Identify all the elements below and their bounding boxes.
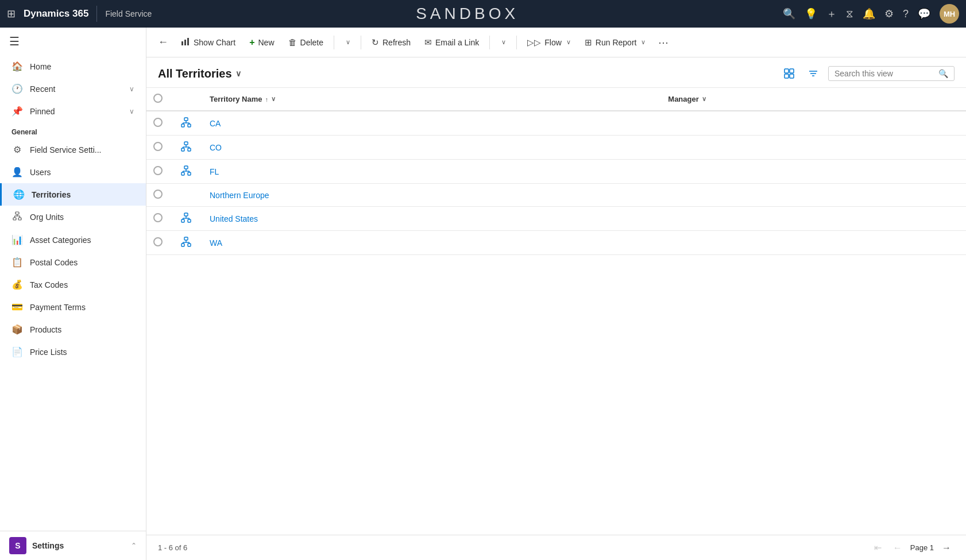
sort-chevron-icon[interactable]: ∨ [271,95,276,103]
cmd-dropdown-1[interactable]: ∨ [339,35,356,49]
svg-rect-1 [13,218,16,220]
show-chart-button[interactable]: Show Chart [175,33,241,51]
territory-icon [181,213,191,223]
pagination: ⇤ ← Page 1 → [871,540,955,555]
sidebar-item-users[interactable]: 👤 Users [0,161,146,183]
flow-button[interactable]: ▷▷ Flow ∨ [521,34,577,51]
email-link-button[interactable]: ✉ Email a Link [419,34,485,51]
row-checkbox[interactable] [153,237,163,246]
new-button[interactable]: + New [244,34,280,51]
table-row: CA [146,111,966,136]
view-title-text: All Territories [158,67,232,80]
sidebar-item-home[interactable]: 🏠 Home [0,55,146,78]
delete-button[interactable]: 🗑 Delete [283,34,329,51]
territory-name-link[interactable]: Northern Europe [210,191,269,200]
territory-name-link[interactable]: WA [210,238,222,248]
table-header-row: Territory Name ↑ ∨ Manager ∨ [146,88,966,111]
row-checkbox[interactable] [153,190,163,199]
svg-rect-47 [188,244,191,246]
row-checkbox-cell[interactable] [146,231,172,255]
view-toggle-button[interactable] [780,64,798,83]
territory-name-link[interactable]: CO [210,143,222,152]
globe-icon: 🌐 [13,189,25,200]
prev-page-button[interactable]: ← [890,540,906,555]
sidebar-item-label: Field Service Setti... [30,145,102,155]
report-icon: ⊞ [585,37,592,48]
help-icon[interactable]: ? [903,8,909,20]
row-checkbox[interactable] [153,142,163,151]
sidebar-item-pinned[interactable]: 📌 Pinned ∨ [0,100,146,122]
sidebar-item-org-units[interactable]: Org Units [0,206,146,229]
search-input[interactable] [834,69,935,78]
svg-rect-12 [785,74,789,78]
more-options-button[interactable]: ⋯ [654,33,673,52]
sidebar-item-payment-terms[interactable]: 💳 Payment Terms [0,296,146,318]
first-page-button[interactable]: ⇤ [871,540,885,555]
territory-name-link[interactable]: FL [210,167,219,176]
chat-icon[interactable]: 💬 [918,7,930,20]
filter-icon[interactable]: ⧖ [846,8,853,20]
row-checkbox-cell[interactable] [146,160,172,184]
territory-name-link[interactable]: United States [210,214,258,223]
row-checkbox[interactable] [153,166,163,175]
select-all-header[interactable] [146,88,172,111]
cmd-dropdown-2[interactable]: ∨ [494,35,512,49]
sidebar-item-label: Products [30,325,61,334]
territory-name-header[interactable]: Territory Name ↑ ∨ [200,88,659,111]
row-checkbox[interactable] [153,213,163,222]
row-manager-cell [659,136,966,160]
products-icon: 📦 [11,324,23,335]
svg-rect-10 [785,69,789,73]
row-checkbox[interactable] [153,118,163,127]
sidebar-item-products[interactable]: 📦 Products [0,318,146,341]
next-page-button[interactable]: → [938,540,955,555]
bell-icon[interactable]: 🔔 [863,7,875,20]
sidebar-item-territories[interactable]: 🌐 Territories [0,183,146,206]
row-checkbox-cell[interactable] [146,111,172,136]
row-name-cell: CA [200,111,659,136]
territory-name-link[interactable]: CA [210,119,221,128]
row-manager-cell [659,231,966,255]
svg-rect-26 [188,148,191,151]
row-checkbox-cell[interactable] [146,207,172,231]
cmd-separator-1 [334,36,334,49]
search-icon[interactable]: 🔍 [783,7,795,20]
search-box[interactable]: 🔍 [828,66,955,81]
manager-label: Manager [668,95,698,103]
manager-chevron-icon[interactable]: ∨ [702,95,706,103]
general-section-label: General [0,122,146,138]
manager-header[interactable]: Manager ∨ [659,88,966,111]
app-grid-icon[interactable]: ⊞ [7,7,16,20]
row-manager-cell [659,111,966,136]
sidebar-item-postal-codes[interactable]: 📋 Postal Codes [0,251,146,273]
svg-rect-2 [18,218,21,220]
svg-rect-18 [181,124,184,127]
sidebar-item-tax-codes[interactable]: 💰 Tax Codes [0,273,146,296]
nav-icons: 🔍 💡 ＋ ⧖ 🔔 ⚙ ? 💬 MH [783,4,959,24]
sidebar-item-field-service-settings[interactable]: ⚙ Field Service Setti... [0,138,146,161]
user-avatar[interactable]: MH [940,4,959,24]
view-title-chevron-icon[interactable]: ∨ [235,69,241,78]
settings-avatar: S [9,537,26,554]
new-plus-icon: + [249,37,254,48]
sort-ascending-icon[interactable]: ↑ [265,96,269,103]
sidebar-item-recent[interactable]: 🕐 Recent ∨ [0,78,146,100]
chevron-down-icon: ∨ [129,85,134,93]
filter-view-button[interactable] [804,64,822,83]
sidebar-toggle-button[interactable]: ☰ [0,28,146,55]
gear-icon[interactable]: ⚙ [884,7,894,20]
select-all-checkbox[interactable] [153,94,163,103]
row-icon-cell [172,184,200,207]
sidebar-item-price-lists[interactable]: 📄 Price Lists [0,341,146,363]
back-button[interactable]: ← [153,33,173,52]
plus-icon[interactable]: ＋ [826,7,837,21]
row-checkbox-cell[interactable] [146,184,172,207]
sidebar-item-asset-categories[interactable]: 📊 Asset Categories [0,229,146,251]
row-checkbox-cell[interactable] [146,136,172,160]
sidebar-item-label: Home [30,62,51,71]
lightbulb-icon[interactable]: 💡 [805,7,817,20]
settings-bottom-item[interactable]: S Settings ⌃ [0,531,146,560]
refresh-button[interactable]: ↻ Refresh [366,34,416,51]
command-bar: ← Show Chart + New 🗑 Delete [146,28,966,57]
run-report-button[interactable]: ⊞ Run Report ∨ [579,34,652,51]
